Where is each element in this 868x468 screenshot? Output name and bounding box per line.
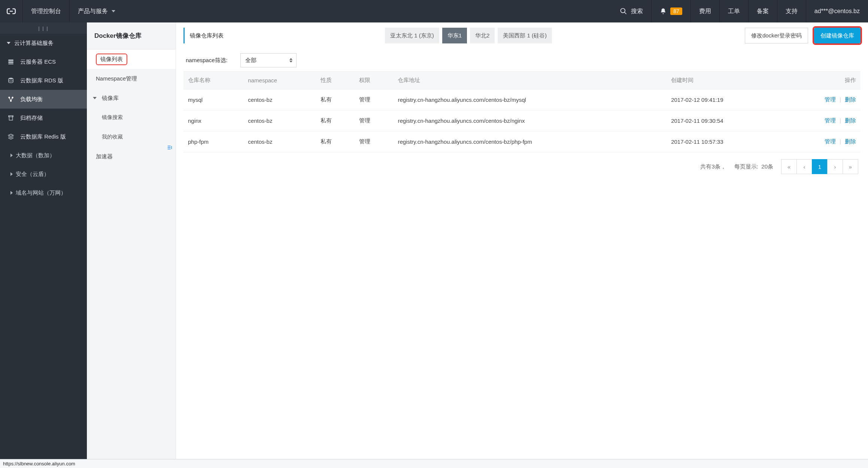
- action-delete[interactable]: 删除: [845, 96, 856, 103]
- col-created: 创建时间: [667, 72, 783, 89]
- change-password-button[interactable]: 修改docker登录密码: [745, 28, 808, 43]
- pager-prev[interactable]: ‹: [796, 159, 812, 174]
- sidebar2-item-favorites[interactable]: 我的收藏: [87, 127, 176, 147]
- namespace-filter-select[interactable]: 全部: [240, 53, 297, 67]
- console-link[interactable]: 管理控制台: [23, 0, 69, 22]
- cell-name: nginx: [183, 110, 243, 131]
- cell-perm: 管理: [355, 110, 393, 131]
- sidebar-item-slb[interactable]: 负载均衡: [0, 90, 87, 109]
- pager: « ‹ 1 › »: [781, 159, 858, 174]
- sidebar2-item-accelerator[interactable]: 加速器: [87, 147, 176, 166]
- secondary-sidebar: Docker镜像仓库 镜像列表 Namespace管理 镜像库 镜像搜索 我的收…: [87, 22, 176, 459]
- repo-table: 仓库名称 namespace 性质 权限 仓库地址 创建时间 操作 mysqlc…: [183, 71, 861, 152]
- notifications[interactable]: 87: [652, 0, 691, 22]
- sidebar-group-domain[interactable]: 域名与网站（万网）: [0, 183, 87, 202]
- tab-region-uswest1[interactable]: 美国西部 1 (硅谷): [498, 28, 552, 43]
- col-name: 仓库名称: [183, 72, 243, 89]
- products-label: 产品与服务: [78, 7, 108, 15]
- sidebar-group-security[interactable]: 安全（云盾）: [0, 165, 87, 183]
- server-icon: [7, 58, 15, 65]
- primary-sidebar: | | | 云计算基础服务 云服务器 ECS 云数据库 RDS 版 负载均衡 归…: [0, 22, 87, 459]
- action-manage[interactable]: 管理: [825, 96, 836, 103]
- cell-actions: 管理|删除: [783, 131, 861, 152]
- sidebar-item-label: 云数据库 RDS 版: [20, 77, 63, 84]
- action-delete[interactable]: 删除: [845, 138, 856, 145]
- archive-icon: [7, 115, 15, 121]
- sidebar-item-archive[interactable]: 归档存储: [0, 109, 87, 127]
- svg-point-0: [621, 9, 625, 13]
- tab-region-tokyo[interactable]: 亚太东北 1 (东京): [385, 28, 439, 43]
- action-divider: |: [840, 138, 841, 145]
- select-caret-icon: [289, 58, 292, 63]
- cell-actions: 管理|删除: [783, 110, 861, 131]
- sidebar-collapse-handle-icon[interactable]: [167, 140, 175, 155]
- svg-rect-2: [8, 61, 13, 63]
- sidebar2-item-label: 加速器: [96, 153, 113, 160]
- pager-last[interactable]: »: [843, 159, 858, 174]
- sidebar-item-ecs[interactable]: 云服务器 ECS: [0, 52, 87, 71]
- svg-point-4: [9, 78, 13, 80]
- brand-logo[interactable]: [0, 0, 22, 22]
- statusbar: https://slbnew.console.aliyun.com: [0, 459, 868, 468]
- secondary-sidebar-title: Docker镜像仓库: [87, 22, 176, 49]
- sidebar-item-label: 云数据库 Redis 版: [20, 133, 66, 140]
- sidebar2-item-image-list[interactable]: 镜像列表: [87, 49, 176, 69]
- sidebar-group-label: 安全（云盾）: [16, 171, 49, 178]
- filter-row: namespace筛选: 全部: [186, 53, 861, 67]
- action-divider: |: [840, 96, 841, 103]
- sidebar2-item-image-lib[interactable]: 镜像库: [87, 88, 176, 108]
- cell-nature: 私有: [316, 131, 355, 152]
- svg-rect-3: [8, 64, 13, 64]
- user-menu[interactable]: ad***@centos.bz: [806, 0, 868, 22]
- col-ops: 操作: [783, 72, 861, 89]
- tab-main[interactable]: 镜像仓库列表: [183, 28, 382, 43]
- pager-next[interactable]: ›: [827, 159, 843, 174]
- nav-fee[interactable]: 费用: [691, 0, 719, 22]
- sidebar2-item-label: 镜像库: [102, 95, 119, 102]
- sidebar2-item-label: Namespace管理: [96, 75, 137, 82]
- sidebar2-item-label: 镜像搜索: [102, 114, 123, 121]
- products-dropdown[interactable]: 产品与服务: [70, 0, 124, 22]
- pager-row: 共有3条， 每页显示: 20条 « ‹ 1 › »: [183, 152, 861, 181]
- sidebar-collapse-toggle[interactable]: | | |: [0, 22, 87, 34]
- database-icon: [7, 77, 15, 84]
- action-manage[interactable]: 管理: [825, 138, 836, 145]
- pager-total: 共有3条，: [700, 163, 726, 170]
- pager-page-1[interactable]: 1: [812, 159, 828, 174]
- tab-region-east1[interactable]: 华东1: [442, 28, 467, 43]
- cell-addr: registry.cn-hangzhou.aliyuncs.com/centos…: [393, 110, 667, 131]
- pager-first[interactable]: «: [781, 159, 797, 174]
- search-label: 搜索: [631, 7, 643, 15]
- stack-icon: [7, 133, 15, 140]
- bell-icon: [660, 8, 667, 15]
- tab-region-north2[interactable]: 华北2: [470, 28, 495, 43]
- cell-created: 2017-02-12 09:41:19: [667, 89, 783, 110]
- search-icon: [620, 7, 627, 15]
- create-repo-button[interactable]: 创建镜像仓库: [814, 28, 861, 43]
- table-row: nginxcentos-bz私有管理registry.cn-hangzhou.a…: [183, 110, 861, 131]
- search-button[interactable]: 搜索: [611, 0, 651, 22]
- nav-support[interactable]: 支持: [777, 0, 806, 22]
- cell-ns: centos-bz: [243, 89, 316, 110]
- cell-ns: centos-bz: [243, 110, 316, 131]
- brand-icon: [6, 6, 16, 16]
- sidebar2-item-namespace[interactable]: Namespace管理: [87, 69, 176, 88]
- sidebar-item-label: 负载均衡: [20, 96, 43, 103]
- main: | | | 云计算基础服务 云服务器 ECS 云数据库 RDS 版 负载均衡 归…: [0, 22, 868, 459]
- caret-down-icon: [93, 97, 97, 99]
- nav-beian[interactable]: 备案: [749, 0, 777, 22]
- sidebar-item-label: 归档存储: [20, 115, 43, 122]
- cell-addr: registry.cn-hangzhou.aliyuncs.com/centos…: [393, 131, 667, 152]
- sidebar2-item-image-search[interactable]: 镜像搜索: [87, 108, 176, 127]
- cell-actions: 管理|删除: [783, 89, 861, 110]
- nav-ticket[interactable]: 工单: [720, 0, 748, 22]
- sidebar-item-redis[interactable]: 云数据库 Redis 版: [0, 127, 87, 146]
- sidebar-item-rds[interactable]: 云数据库 RDS 版: [0, 71, 87, 90]
- statusbar-url: https://slbnew.console.aliyun.com: [3, 461, 75, 467]
- action-manage[interactable]: 管理: [825, 117, 836, 124]
- cell-addr: registry.cn-hangzhou.aliyuncs.com/centos…: [393, 89, 667, 110]
- action-delete[interactable]: 删除: [845, 117, 856, 124]
- cell-created: 2017-02-11 09:30:54: [667, 110, 783, 131]
- sidebar-group-bigdata[interactable]: 大数据（数加）: [0, 146, 87, 165]
- sidebar-group-cloud[interactable]: 云计算基础服务: [0, 34, 87, 52]
